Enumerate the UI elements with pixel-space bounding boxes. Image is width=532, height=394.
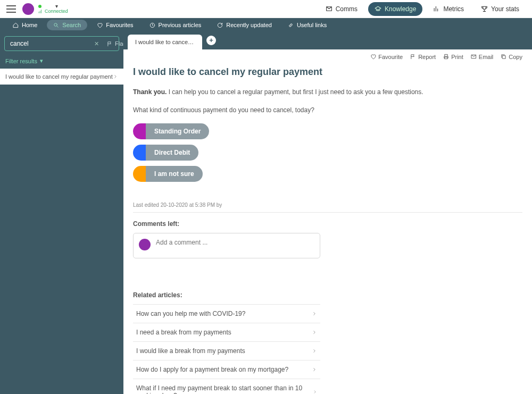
related-heading: Related articles: bbox=[133, 291, 320, 299]
favourite-button[interactable]: Favourite bbox=[370, 54, 403, 60]
sidebar-search-box: ✕ Flag bbox=[4, 36, 119, 51]
option-standing-order[interactable]: Standing Order bbox=[133, 123, 209, 139]
avatar[interactable] bbox=[22, 3, 34, 15]
search-input[interactable] bbox=[8, 40, 92, 47]
tabstrip: I would like to cancel my ... + bbox=[123, 32, 532, 49]
related-item[interactable]: How can you help me with COVID-19? bbox=[133, 304, 320, 323]
subnav-recent[interactable]: Recently updated bbox=[211, 20, 278, 30]
related-item[interactable]: What if I need my payment break to start… bbox=[133, 379, 320, 394]
topbar: ▾ Connected Comms Knowledge Metrics Your… bbox=[0, 0, 532, 18]
status-dot bbox=[38, 5, 41, 8]
svg-rect-2 bbox=[503, 56, 506, 59]
nav-yourstats[interactable]: Your stats bbox=[475, 2, 526, 16]
tab-add-button[interactable]: + bbox=[206, 36, 216, 45]
related-section: Related articles: How can you help me wi… bbox=[133, 291, 320, 394]
chevron-right-icon bbox=[312, 367, 317, 372]
comments-heading: Comments left: bbox=[133, 220, 522, 228]
comment-avatar bbox=[139, 239, 151, 250]
chevron-right-icon bbox=[312, 311, 317, 316]
sidebar: ✕ Flag Filter results ▾ I would like to … bbox=[0, 32, 123, 394]
nav-metrics[interactable]: Metrics bbox=[427, 2, 470, 16]
related-item[interactable]: How do I apply for a payment break on my… bbox=[133, 361, 320, 379]
comment-input[interactable] bbox=[156, 239, 314, 246]
status-block: ▾ Connected bbox=[38, 3, 68, 14]
email-button[interactable]: Email bbox=[471, 54, 494, 60]
search-clear-icon[interactable]: ✕ bbox=[92, 40, 101, 47]
subnav-useful[interactable]: Useful links bbox=[281, 20, 333, 30]
chevron-right-icon bbox=[313, 389, 317, 394]
last-edited: Last edited 20-10-2020 at 5:38 PM by bbox=[133, 202, 522, 208]
related-item[interactable]: I would like a break from my payments bbox=[133, 342, 320, 361]
article-intro: Thank you. I can help you to cancel a re… bbox=[133, 87, 522, 97]
subnav: Home Search Favourites Previous articles… bbox=[0, 18, 532, 32]
search-result-item[interactable]: I would like to cancel my regular paymen… bbox=[0, 69, 123, 85]
content-area: I would like to cancel my ... + Favourit… bbox=[123, 32, 532, 394]
nav-comms[interactable]: Comms bbox=[319, 2, 364, 16]
top-nav: Comms Knowledge Metrics Your stats bbox=[319, 2, 526, 16]
tab-article[interactable]: I would like to cancel my ... bbox=[128, 35, 202, 49]
print-button[interactable]: Print bbox=[443, 54, 463, 60]
option-not-sure[interactable]: I am not sure bbox=[133, 166, 203, 182]
related-item[interactable]: I need a break from my payments bbox=[133, 323, 320, 342]
subnav-previous[interactable]: Previous articles bbox=[143, 20, 208, 30]
subnav-favourites[interactable]: Favourites bbox=[90, 20, 139, 30]
comment-box bbox=[133, 233, 320, 258]
subnav-home[interactable]: Home bbox=[6, 20, 44, 30]
article-question: What kind of continuous payment do you n… bbox=[133, 105, 522, 115]
svg-point-0 bbox=[54, 23, 57, 26]
report-button[interactable]: Report bbox=[410, 54, 436, 60]
subnav-search[interactable]: Search bbox=[47, 20, 87, 30]
nav-knowledge[interactable]: Knowledge bbox=[368, 2, 422, 16]
article-toolbar: Favourite Report Print Email Copy bbox=[123, 49, 532, 64]
article-body: I would like to cancel my regular paymen… bbox=[123, 64, 532, 394]
option-direct-debit[interactable]: Direct Debit bbox=[133, 145, 198, 161]
filter-results[interactable]: Filter results ▾ bbox=[0, 55, 123, 69]
chevron-right-icon bbox=[312, 330, 317, 335]
article-title: I would like to cancel my regular paymen… bbox=[133, 66, 522, 78]
divider bbox=[133, 212, 522, 213]
chevron-right-icon bbox=[312, 348, 317, 354]
chevron-right-icon bbox=[113, 74, 118, 79]
menu-icon[interactable] bbox=[6, 5, 16, 13]
chevron-down-icon: ▾ bbox=[40, 57, 43, 64]
connected-label: Connected bbox=[38, 9, 68, 14]
copy-button[interactable]: Copy bbox=[501, 54, 522, 60]
